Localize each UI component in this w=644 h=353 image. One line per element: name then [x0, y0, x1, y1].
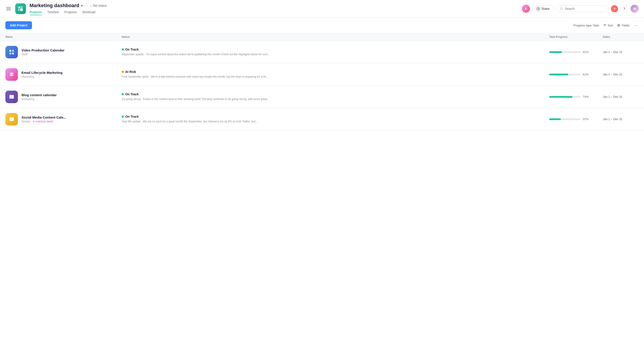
svg-rect-13	[12, 53, 14, 54]
project-team: Design · 4 overdue tasks	[22, 120, 66, 123]
tab-timeline[interactable]: Timeline	[47, 10, 59, 15]
share-icon	[536, 7, 540, 11]
status-label: On Track	[125, 48, 139, 51]
table-row[interactable]: Blog content calendar Marketing On Track…	[0, 86, 644, 108]
project-icon	[5, 68, 18, 81]
tab-projects[interactable]: Projects	[30, 10, 42, 15]
status-label: On Track	[125, 92, 139, 96]
project-name: Video Production Calendar	[22, 48, 64, 52]
dates-column: Jan 1 – Dec 31	[603, 117, 639, 121]
sort-button[interactable]: Sort	[603, 24, 613, 27]
tab-progress[interactable]: Progress	[64, 10, 77, 15]
header-right: A Share + ? M	[522, 5, 639, 13]
title-chevron-button[interactable]: ▾	[81, 4, 83, 8]
avatar-1: A	[522, 5, 530, 13]
star-button[interactable]: ☆	[84, 3, 88, 8]
status-badge: On Track	[122, 48, 549, 51]
project-name: Social Media Content Cale...	[22, 115, 66, 119]
status-label: On Track	[125, 115, 139, 118]
project-details: Social Media Content Cale... Design · 4 …	[22, 115, 66, 123]
status-column: On Track Q3 going strong · Kudos to the …	[122, 92, 549, 101]
progress-percentage: 37%	[583, 117, 588, 121]
progress-bar-fill	[549, 118, 561, 120]
project-info: Blog content calendar Marketing	[5, 91, 122, 103]
col-task-progress-header: Task Progress	[549, 35, 603, 39]
progress-column: 61%	[549, 73, 603, 76]
project-details: Email Lifecycle Marketing Marketing	[22, 71, 62, 78]
search-icon	[560, 7, 563, 11]
status-description: September update · I'm super excited abo…	[122, 53, 549, 56]
progress-bar-background	[549, 51, 580, 53]
sort-icon	[603, 24, 606, 27]
project-name: Blog content calendar	[22, 93, 57, 97]
toolbar-right: Progress type: Task Sort Fields ···	[574, 23, 639, 28]
project-details: Video Production Calendar Staff	[22, 48, 64, 56]
project-team: Marketing	[22, 97, 57, 101]
svg-point-16	[12, 74, 12, 75]
add-project-button[interactable]: Add Project	[5, 21, 32, 29]
project-icon	[5, 46, 18, 58]
svg-rect-23	[10, 117, 14, 119]
project-team: Marketing	[22, 75, 62, 78]
svg-rect-7	[619, 24, 620, 25]
svg-rect-10	[10, 50, 11, 52]
svg-rect-12	[10, 53, 11, 54]
status-badge: On Track	[122, 92, 549, 96]
svg-rect-19	[10, 95, 14, 97]
table-header: Name Status Task Progress Dates	[0, 33, 644, 41]
progress-bar-background	[549, 118, 580, 120]
project-info: Social Media Content Cale... Design · 4 …	[5, 113, 122, 126]
toolbar: Add Project Progress type: Task Sort Fie…	[0, 18, 644, 33]
status-dot	[122, 71, 124, 73]
dates-column: Jan 1 – Dec 31	[603, 73, 639, 76]
svg-rect-0	[18, 7, 20, 8]
tab-workload[interactable]: Workload	[82, 10, 96, 15]
project-team: Staff	[22, 53, 64, 56]
svg-rect-1	[20, 7, 23, 8]
progress-column: 37%	[549, 117, 603, 121]
hamburger-button[interactable]	[5, 6, 12, 11]
progress-bar-fill	[549, 96, 572, 98]
fields-icon	[618, 24, 620, 27]
add-button[interactable]: +	[611, 5, 618, 12]
progress-percentage: 61%	[583, 73, 588, 76]
avatar-2: M	[630, 5, 639, 13]
table-row[interactable]: Social Media Content Cale... Design · 4 …	[0, 108, 644, 130]
progress-bar-fill	[549, 51, 562, 53]
status-column: At Risk Final September sprint · We're a…	[122, 70, 549, 79]
help-button[interactable]: ?	[621, 5, 628, 12]
svg-rect-6	[618, 24, 618, 25]
status-badge: On Track	[122, 115, 549, 118]
progress-column: 41%	[549, 50, 603, 54]
svg-rect-3	[20, 8, 23, 11]
search-input[interactable]	[565, 7, 604, 11]
status-dot	[122, 115, 124, 118]
fields-button[interactable]: Fields	[618, 24, 630, 27]
status-label: At Risk	[125, 70, 136, 74]
col-dates-header: Dates	[603, 35, 639, 39]
col-status-header: Status	[122, 35, 549, 39]
status-dot	[122, 48, 124, 51]
set-status-button[interactable]: ○ Set status	[90, 4, 107, 8]
svg-point-15	[10, 74, 11, 75]
status-description: Sept 9th update · We are on track for a …	[122, 120, 549, 124]
share-button[interactable]: Share	[533, 5, 554, 12]
circle-icon: ○	[90, 4, 92, 8]
project-info: Email Lifecycle Marketing Marketing	[5, 68, 122, 81]
app-icon	[15, 3, 26, 14]
progress-column: 74%	[549, 95, 603, 98]
more-options-button[interactable]: ···	[634, 23, 639, 28]
svg-rect-8	[618, 26, 618, 27]
table-row[interactable]: Email Lifecycle Marketing Marketing At R…	[0, 63, 644, 86]
table-body: Video Production Calendar Staff On Track…	[0, 41, 644, 130]
status-description: Q3 going strong · Kudos to the content t…	[122, 97, 549, 101]
progress-type-label: Progress type: Task	[574, 24, 599, 27]
header: Marketing dashboard ▾ ☆ ○ Set status Pro…	[0, 0, 644, 18]
progress-percentage: 74%	[583, 95, 588, 98]
svg-rect-9	[619, 26, 620, 27]
nav-tabs: Projects Timeline Progress Workload	[30, 10, 107, 15]
table-row[interactable]: Video Production Calendar Staff On Track…	[0, 41, 644, 63]
project-info: Video Production Calendar Staff	[5, 46, 122, 58]
status-column: On Track September update · I'm super ex…	[122, 48, 549, 56]
svg-rect-2	[18, 9, 20, 11]
